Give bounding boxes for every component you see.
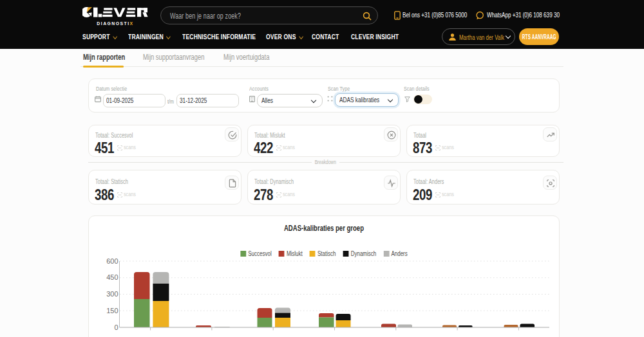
svg-text:300: 300 — [106, 290, 118, 298]
svg-text:0: 0 — [114, 323, 118, 331]
svg-text:150: 150 — [106, 307, 118, 314]
svg-text:DIAGNOSTIX: DIAGNOSTIX — [97, 21, 133, 26]
svg-text:600: 600 — [106, 257, 118, 265]
svg-text:450: 450 — [106, 273, 118, 281]
